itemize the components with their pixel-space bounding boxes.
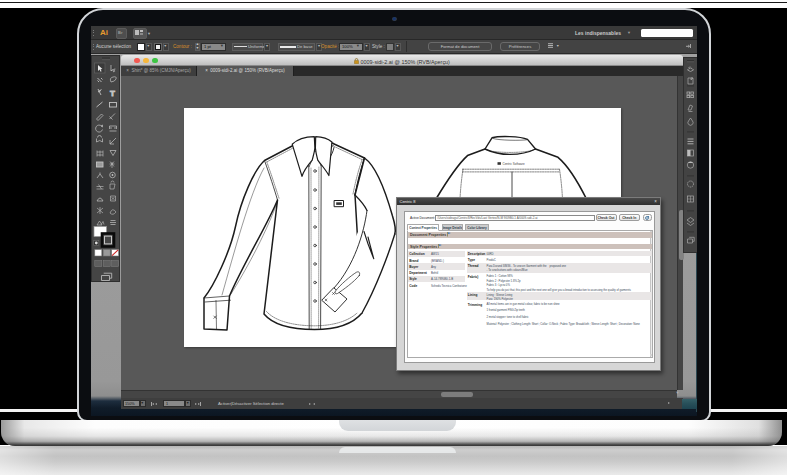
svg-text:T: T bbox=[110, 89, 115, 98]
svg-text:Centric Software: Centric Software bbox=[502, 162, 525, 166]
